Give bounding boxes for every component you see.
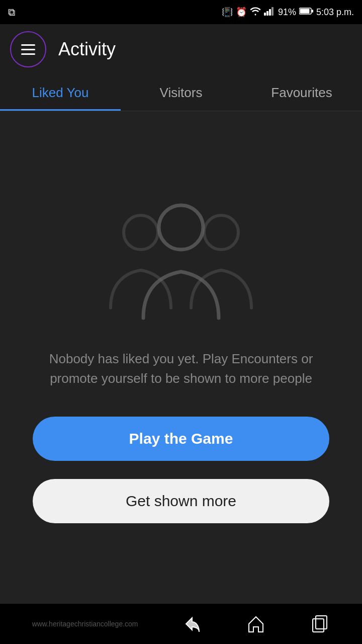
bottom-nav-bar: www.heritagechristiancollege.com xyxy=(0,604,362,644)
svg-point-8 xyxy=(204,215,238,250)
wifi-icon xyxy=(250,7,261,18)
svg-rect-0 xyxy=(264,13,266,16)
svg-rect-11 xyxy=(316,616,327,629)
status-bar: ⧉ 📳 ⏰ 91% xyxy=(0,0,362,24)
tab-favourites[interactable]: Favourites xyxy=(241,74,362,111)
menu-button[interactable] xyxy=(10,31,46,67)
tab-liked-you[interactable]: Liked You xyxy=(0,74,121,111)
svg-rect-6 xyxy=(312,10,313,13)
svg-rect-5 xyxy=(300,9,309,14)
tabs-bar: Liked You Visitors Favourites xyxy=(0,74,362,111)
svg-point-9 xyxy=(159,205,203,250)
battery-percent: 91% xyxy=(278,7,296,18)
svg-rect-1 xyxy=(266,11,268,16)
screen-icon: ⧉ xyxy=(8,7,15,18)
website-text: www.heritagechristiancollege.com xyxy=(32,620,138,628)
svg-rect-2 xyxy=(269,9,271,16)
hamburger-icon xyxy=(21,44,35,55)
empty-state-message: Nobody has liked you yet. Play Encounter… xyxy=(40,349,322,388)
main-content: Nobody has liked you yet. Play Encounter… xyxy=(0,111,362,604)
page-title: Activity xyxy=(58,39,116,60)
vibrate-icon: 📳 xyxy=(222,7,233,18)
get-shown-more-button[interactable]: Get shown more xyxy=(33,479,329,523)
svg-point-7 xyxy=(124,215,158,250)
svg-rect-10 xyxy=(313,619,324,632)
home-button[interactable] xyxy=(246,614,266,634)
play-game-button[interactable]: Play the Game xyxy=(33,417,329,461)
back-button[interactable] xyxy=(182,614,202,634)
alarm-icon: ⏰ xyxy=(236,7,247,18)
status-time: 5:03 p.m. xyxy=(316,7,354,18)
signal-icon xyxy=(264,7,275,18)
svg-rect-3 xyxy=(272,7,274,16)
empty-state-illustration xyxy=(96,192,266,325)
battery-icon xyxy=(299,7,313,17)
tab-visitors[interactable]: Visitors xyxy=(121,74,241,111)
recents-button[interactable] xyxy=(310,614,330,634)
header: Activity xyxy=(0,24,362,74)
